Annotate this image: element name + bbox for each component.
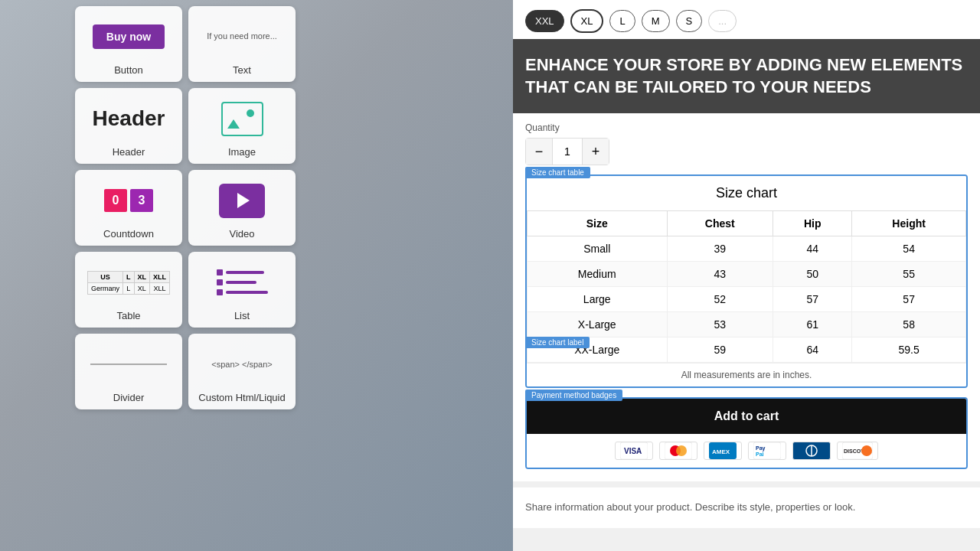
widget-header[interactable]: Header Header	[75, 88, 182, 164]
quantity-value: 1	[552, 139, 583, 165]
size-options-row: XXL XL L M S ...	[513, 0, 980, 39]
row-chest: 39	[667, 236, 773, 262]
list-bar-3	[226, 291, 268, 294]
row-height: 54	[852, 236, 966, 262]
row-size: Medium	[528, 262, 668, 287]
svg-text:Pal: Pal	[756, 452, 764, 457]
row-hip: 61	[773, 312, 852, 337]
widget-divider-label: Divider	[113, 392, 144, 403]
widget-divider[interactable]: Divider	[75, 334, 182, 409]
widget-table-preview: USLXLXLL GermanyLXLXLL	[81, 259, 176, 305]
widget-header-preview: Header	[81, 96, 176, 142]
col-header-hip: Hip	[773, 211, 852, 236]
video-icon	[219, 184, 265, 218]
widget-table-label: Table	[116, 310, 140, 321]
quantity-control: − 1 +	[525, 138, 609, 165]
row-height: 58	[852, 312, 966, 337]
buy-now-preview-btn: Buy now	[93, 24, 165, 49]
visa-badge: VISA	[615, 442, 653, 460]
col-header-size: Size	[528, 211, 668, 236]
paypal-badge: Pay Pal	[748, 442, 786, 460]
hero-banner: ENHANCE YOUR STORE BY ADDING NEW ELEMENT…	[513, 39, 980, 113]
list-icon	[217, 269, 268, 295]
size-chart-container: Size chart Size Chest Hip Height Small	[525, 174, 968, 388]
widget-button-label: Button	[114, 64, 143, 76]
widget-video-label: Video	[229, 228, 254, 240]
widget-button[interactable]: Buy now Button	[75, 6, 182, 82]
table-row: Medium 43 50 55	[528, 262, 966, 287]
svg-text:AMEX: AMEX	[712, 448, 730, 455]
size-option-l[interactable]: L	[609, 10, 635, 32]
widget-countdown-preview: 0 3	[81, 178, 176, 223]
widget-countdown[interactable]: 0 3 Countdown	[75, 170, 182, 246]
row-hip: 57	[773, 287, 852, 312]
widget-video-preview	[194, 178, 289, 223]
row-size: Small	[528, 236, 668, 262]
list-dot-2	[217, 279, 223, 285]
widget-image-preview	[194, 96, 289, 142]
row-hip: 50	[773, 262, 852, 287]
text-preview-content: If you need more...	[207, 31, 277, 42]
widget-custom-html[interactable]: <span> </span> Custom Html/Liquid	[188, 334, 296, 409]
row-height: 57	[852, 287, 966, 312]
col-header-chest: Chest	[667, 211, 773, 236]
widget-image[interactable]: Image	[188, 88, 296, 164]
size-chart-table-badge: Size chart table	[525, 167, 590, 178]
quantity-increase-button[interactable]: +	[583, 139, 609, 165]
widget-text-label: Text	[233, 64, 251, 76]
size-chart-table: Size Chest Hip Height Small 39 44 54	[527, 210, 966, 363]
size-option-xl[interactable]: XL	[570, 9, 604, 33]
table-row: X-Large 53 61 58	[528, 312, 966, 337]
size-option-s[interactable]: S	[676, 10, 703, 32]
size-chart-title: Size chart	[527, 176, 966, 210]
image-icon	[221, 102, 263, 136]
row-size: Large	[528, 287, 668, 312]
widget-button-preview: Buy now	[81, 14, 176, 60]
payment-methods-row: VISA AMEX	[527, 434, 966, 468]
list-line-2	[217, 279, 256, 285]
size-option-xxl[interactable]: XXL	[525, 10, 564, 32]
widget-image-label: Image	[228, 146, 256, 158]
table-row: XX-Large 59 64 59.5	[528, 337, 966, 363]
widget-table[interactable]: USLXLXLL GermanyLXLXLL Table	[75, 252, 182, 328]
size-option-extra[interactable]: ...	[708, 10, 737, 32]
discover-badge: DISCOVER	[837, 442, 878, 460]
svg-text:Pay: Pay	[756, 445, 766, 452]
right-panel: XXL XL L M S ... ENHANCE YOUR STORE BY A…	[513, 0, 980, 551]
add-to-cart-button[interactable]: Add to cart	[527, 399, 966, 434]
widget-divider-preview	[81, 341, 176, 387]
size-chart-section: Size chart table Size chart Size Chest H…	[525, 174, 968, 388]
row-hip: 64	[773, 337, 852, 363]
html-preview-text: <span> </span>	[211, 360, 273, 369]
play-icon	[237, 193, 250, 208]
row-chest: 52	[667, 287, 773, 312]
list-line-3	[217, 289, 268, 295]
row-chest: 59	[667, 337, 773, 363]
row-size: X-Large	[528, 312, 668, 337]
row-hip: 44	[773, 236, 852, 262]
widget-grid: Buy now Button If you need more... Text …	[69, 0, 302, 416]
widget-html-preview: <span> </span>	[194, 341, 289, 387]
size-chart-note: All measurements are in inches.	[527, 363, 966, 386]
countdown-digit-0: 0	[104, 189, 127, 212]
countdown-boxes: 0 3	[104, 189, 153, 212]
table-icon: USLXLXLL GermanyLXLXLL	[87, 271, 170, 295]
svg-text:VISA: VISA	[624, 447, 642, 455]
list-bar-2	[226, 281, 256, 284]
size-option-m[interactable]: M	[642, 10, 670, 32]
list-dot-3	[217, 289, 223, 295]
list-line-1	[217, 269, 264, 276]
widget-text[interactable]: If you need more... Text	[188, 6, 296, 82]
svg-point-4	[676, 445, 687, 456]
hero-title: ENHANCE YOUR STORE BY ADDING NEW ELEMENT…	[525, 54, 968, 98]
payment-method-badge: Payment method badges	[525, 390, 622, 401]
product-section: Quantity − 1 + Size chart table Size cha…	[513, 113, 980, 481]
quantity-decrease-button[interactable]: −	[526, 139, 552, 165]
widget-list[interactable]: List	[188, 252, 296, 328]
widget-countdown-label: Countdown	[103, 228, 154, 240]
widget-video[interactable]: Video	[188, 170, 296, 246]
row-chest: 53	[667, 312, 773, 337]
add-to-cart-section: Payment method badges Add to cart VISA	[525, 397, 968, 469]
divider-icon	[90, 364, 167, 365]
list-bar-1	[226, 271, 264, 274]
